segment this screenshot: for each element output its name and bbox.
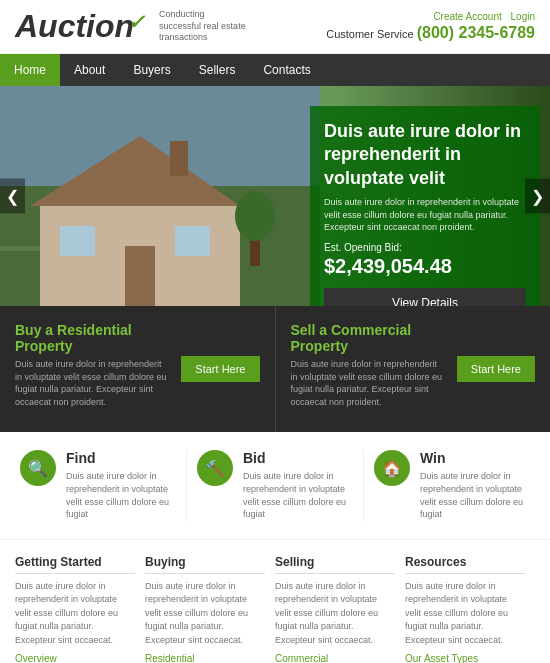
- bid-item: 🔨 Bid Duis aute irure dolor in reprehend…: [187, 450, 364, 520]
- sell-suffix: Property: [291, 338, 349, 354]
- win-icon: 🏠: [374, 450, 410, 486]
- win-description: Duis aute irure dolor in reprehenderit i…: [420, 470, 530, 520]
- buy-title: Buy a Residential Property: [15, 322, 169, 354]
- residential-link[interactable]: Residential: [145, 653, 265, 663]
- phone-number: (800) 2345-6789: [417, 24, 535, 41]
- hero-title: Duis aute irure dolor in reprehenderit i…: [324, 120, 526, 190]
- hero-content-box: Duis aute irure dolor in reprehenderit i…: [310, 106, 540, 306]
- resources-desc: Duis aute irure dolor in reprehenderit i…: [405, 580, 525, 648]
- nav-item-buyers[interactable]: Buyers: [119, 54, 184, 86]
- getting-started-col: Getting Started Duis aute irure dolor in…: [15, 555, 145, 663]
- bid-title: Bid: [243, 450, 353, 466]
- property-banner: Buy a Residential Property Duis aute iru…: [0, 306, 550, 432]
- find-item: 🔍 Find Duis aute irure dolor in reprehen…: [10, 450, 187, 520]
- header: Auction✓ Conducting successful real esta…: [0, 0, 550, 54]
- svg-rect-11: [0, 246, 40, 251]
- commercial-sell-link[interactable]: Commercial: [275, 653, 395, 663]
- svg-rect-5: [170, 141, 188, 176]
- buy-description: Duis aute irure dolor in reprehenderit i…: [15, 358, 169, 408]
- hero-bid-label: Est. Opening Bid:: [324, 242, 526, 253]
- buy-highlight: Residential: [57, 322, 132, 338]
- svg-rect-7: [60, 226, 95, 256]
- sell-commercial-banner: Sell a Commercial Property Duis aute iru…: [276, 306, 551, 432]
- hero-bid-amount: $2,439,054.48: [324, 255, 526, 278]
- asset-types-link[interactable]: Our Asset Types: [405, 653, 525, 663]
- svg-rect-8: [175, 226, 210, 256]
- selling-col: Selling Duis aute irure dolor in reprehe…: [275, 555, 405, 663]
- login-link[interactable]: Login: [511, 11, 535, 22]
- logo-area: Auction✓ Conducting successful real esta…: [15, 8, 249, 45]
- selling-desc: Duis aute irure dolor in reprehenderit i…: [275, 580, 395, 648]
- win-title: Win: [420, 450, 530, 466]
- sell-highlight: Commercial: [331, 322, 411, 338]
- nav-item-contacts[interactable]: Contacts: [249, 54, 324, 86]
- logo: Auction✓: [15, 8, 151, 45]
- header-links: Create Account Login: [326, 11, 535, 22]
- find-bid-win-section: 🔍 Find Duis aute irure dolor in reprehen…: [0, 432, 550, 539]
- checkmark-icon: ✓: [128, 11, 145, 33]
- sell-start-button[interactable]: Start Here: [457, 356, 535, 382]
- find-description: Duis aute irure dolor in reprehenderit i…: [66, 470, 176, 520]
- customer-service: Customer Service (800) 2345-6789: [326, 24, 535, 42]
- logo-tagline: Conducting successful real estate transa…: [159, 9, 249, 44]
- nav-item-sellers[interactable]: Sellers: [185, 54, 250, 86]
- win-item: 🏠 Win Duis aute irure dolor in reprehend…: [364, 450, 540, 520]
- bid-description: Duis aute irure dolor in reprehenderit i…: [243, 470, 353, 520]
- overview-link[interactable]: Overview: [15, 653, 135, 663]
- view-details-button[interactable]: View Details: [324, 288, 526, 306]
- find-title: Find: [66, 450, 176, 466]
- hero-slider: Duis aute irure dolor in reprehenderit i…: [0, 86, 550, 306]
- house-illustration: [0, 86, 320, 306]
- win-content: Win Duis aute irure dolor in reprehender…: [420, 450, 530, 520]
- getting-started-desc: Duis aute irure dolor in reprehenderit i…: [15, 580, 135, 648]
- sell-text: Sell a Commercial Property Duis aute iru…: [291, 322, 445, 416]
- sell-title: Sell a Commercial Property: [291, 322, 445, 354]
- bid-icon: 🔨: [197, 450, 233, 486]
- links-section: Getting Started Duis aute irure dolor in…: [0, 540, 550, 663]
- nav-item-home[interactable]: Home: [0, 54, 60, 86]
- find-content: Find Duis aute irure dolor in reprehende…: [66, 450, 176, 520]
- buying-col: Buying Duis aute irure dolor in reprehen…: [145, 555, 275, 663]
- resources-col: Resources Duis aute irure dolor in repre…: [405, 555, 535, 663]
- buy-start-button[interactable]: Start Here: [181, 356, 259, 382]
- find-icon: 🔍: [20, 450, 56, 486]
- nav-item-about[interactable]: About: [60, 54, 119, 86]
- create-account-link[interactable]: Create Account: [433, 11, 501, 22]
- customer-service-label: Customer Service: [326, 28, 413, 40]
- buy-suffix: Property: [15, 338, 73, 354]
- bid-content: Bid Duis aute irure dolor in reprehender…: [243, 450, 353, 520]
- resources-title: Resources: [405, 555, 525, 574]
- selling-title: Selling: [275, 555, 395, 574]
- prev-arrow[interactable]: ❮: [0, 179, 25, 214]
- buy-text: Buy a Residential Property Duis aute iru…: [15, 322, 169, 416]
- buy-prefix: Buy a: [15, 322, 53, 338]
- buying-title: Buying: [145, 555, 265, 574]
- sell-prefix: Sell a: [291, 322, 328, 338]
- logo-text: Auction✓: [15, 8, 151, 44]
- sell-description: Duis aute irure dolor in reprehenderit i…: [291, 358, 445, 408]
- buy-residential-banner: Buy a Residential Property Duis aute iru…: [0, 306, 276, 432]
- getting-started-title: Getting Started: [15, 555, 135, 574]
- svg-rect-6: [125, 246, 155, 306]
- header-right: Create Account Login Customer Service (8…: [326, 11, 535, 42]
- buying-desc: Duis aute irure dolor in reprehenderit i…: [145, 580, 265, 648]
- hero-description: Duis aute irure dolor in reprehenderit i…: [324, 196, 526, 234]
- navigation: Home About Buyers Sellers Contacts: [0, 54, 550, 86]
- svg-point-10: [235, 191, 275, 241]
- next-arrow[interactable]: ❯: [525, 179, 550, 214]
